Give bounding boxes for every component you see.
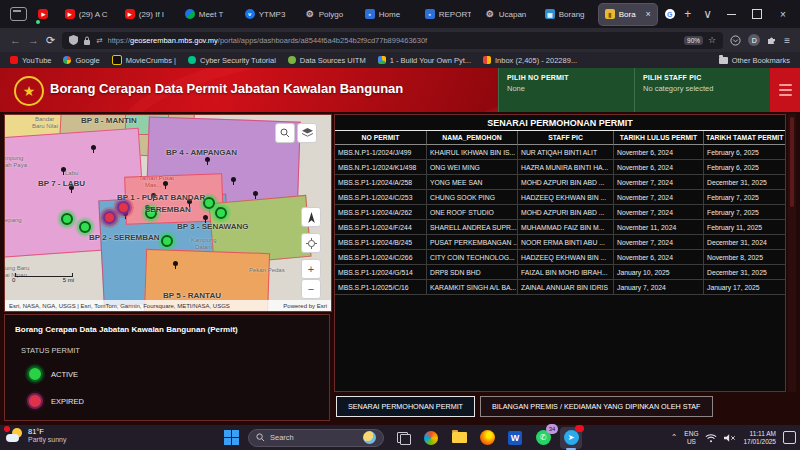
language-indicator[interactable]: ENGUS (684, 430, 698, 445)
back-icon[interactable]: ← (10, 34, 21, 46)
close-button[interactable]: × (770, 0, 796, 28)
column-header[interactable]: STAFF PIC (518, 131, 614, 145)
column-header[interactable]: NAMA_PEMOHON (427, 131, 518, 145)
other-bookmarks[interactable]: Other Bookmarks (719, 56, 790, 65)
browser-tab[interactable]: Borang × (539, 4, 597, 25)
menu-icon[interactable]: ≡ (784, 35, 790, 46)
telegram-button[interactable]: ➤ (560, 427, 582, 449)
table-row[interactable]: MBS.S.P1-1/2024/C/253 CHUNG SOOK PING HA… (335, 190, 785, 205)
map-pin[interactable] (91, 145, 96, 150)
weather-widget[interactable]: 81°F Partly sunny (6, 427, 67, 445)
browser-tab[interactable]: Meet T × (179, 4, 237, 25)
table-row[interactable]: MBS.S.P1-1/2024/A/258 YONG MEE SAN MOHD … (335, 175, 785, 190)
map-pin[interactable] (203, 215, 208, 220)
word-button[interactable]: W (504, 427, 526, 449)
table-row[interactable]: MBS.S.P1-1/2024/B/245 PUSAT PERKEMBANGAN… (335, 235, 785, 250)
table-row[interactable]: MBS.S.P1-1/2024/C/266 CITY COIN TECHNOLO… (335, 250, 785, 265)
bookmark-item[interactable]: YouTube (10, 55, 51, 65)
column-header[interactable]: TARIKH TAMAT PERMIT (704, 131, 785, 145)
column-header[interactable]: TARIKH LULUS PERMIT (614, 131, 704, 145)
wifi-icon[interactable] (705, 433, 717, 443)
map-marker-active[interactable] (161, 235, 173, 247)
bookmark-item[interactable]: Inbox (2,405) - 202289... (483, 55, 577, 65)
browser-tab[interactable]: Ucapan × (479, 4, 537, 25)
table-row[interactable]: MBS.S.P1-1/2024/F/244 SHARELL ANDREA SUP… (335, 220, 785, 235)
whatsapp-button[interactable]: ✆34 (532, 427, 554, 449)
tray-overflow-chevron-icon[interactable]: ⌃ (671, 433, 678, 442)
table-row[interactable]: MBS.S.P1-1/2025/C/16 KARAMKIT SINGH A/L … (335, 280, 785, 295)
pinned-tab[interactable] (33, 3, 54, 25)
bookmark-item[interactable]: MovieCrumbs | (112, 55, 176, 65)
pocket-icon[interactable] (730, 35, 741, 46)
maximize-button[interactable] (744, 0, 770, 28)
map-zoom-out-button[interactable]: − (301, 279, 321, 299)
clock[interactable]: 11:11 AM 17/01/2025 (743, 430, 776, 446)
lock-icon[interactable] (83, 36, 91, 45)
bookmark-item[interactable]: Data Sources UITM (288, 55, 366, 65)
start-button[interactable] (224, 430, 239, 445)
zoom-level-badge[interactable]: 90% (684, 36, 703, 45)
table-row[interactable]: MBS.S.P1-1/2024/A/262 ONE ROOF STUDIO MO… (335, 205, 785, 220)
task-view-button[interactable] (392, 427, 414, 449)
firefox-view-icon[interactable] (10, 7, 27, 21)
taskbar-search[interactable]: Search (248, 429, 384, 447)
extensions-icon[interactable] (767, 35, 777, 45)
minimize-button[interactable] (718, 0, 744, 28)
map-pin[interactable] (173, 261, 178, 266)
volume-muted-icon[interactable] (724, 433, 736, 443)
table-row[interactable]: MBS.N.P1-1/2024/J/499 KHAIRUL IKHWAN BIN… (335, 145, 785, 160)
browser-tab[interactable]: Polygo × (299, 4, 357, 25)
map-pin[interactable] (253, 191, 258, 196)
map-marker-active[interactable] (61, 213, 73, 225)
bookmark-item[interactable]: Google (63, 55, 99, 65)
map-search-button[interactable] (275, 123, 295, 143)
table-scrollbar[interactable] (788, 114, 796, 392)
map-marker-expired[interactable] (103, 211, 116, 224)
dashboard-menu-icon[interactable] (770, 68, 800, 112)
map-marker-expired[interactable] (117, 201, 130, 214)
map-pin[interactable] (205, 157, 210, 162)
map-marker-active[interactable] (215, 207, 227, 219)
browser-tab[interactable]: (29) If I × (119, 4, 177, 25)
shield-icon[interactable] (69, 35, 78, 45)
file-explorer-button[interactable] (448, 427, 470, 449)
filter-staff-pic[interactable]: PILIH STAFF PIC No category selected (634, 68, 770, 112)
filter-no-permit[interactable]: PILIH NO PERMIT None (498, 68, 634, 112)
tab-bilangan-premis[interactable]: BILANGAN PREMIS / KEDIAMAN YANG DIPINKAN… (480, 396, 712, 417)
tab-senarai-permohonan[interactable]: SENARAI PERMOHONAN PERMIT (336, 396, 475, 417)
browser-tab[interactable]: YTMP3 × (239, 4, 297, 25)
map-locate-button[interactable] (301, 233, 321, 253)
map-pin[interactable] (163, 181, 168, 186)
map-compass-button[interactable] (301, 207, 321, 227)
bookmark-star-icon[interactable]: ☆ (708, 35, 716, 45)
column-header[interactable]: NO PERMIT (335, 131, 427, 145)
bookmark-favicon (378, 56, 386, 64)
map-panel[interactable]: BP 8 - MANTIN BP 4 - AMPANGAN BP 7 - LAB… (4, 114, 332, 312)
forward-icon[interactable]: → (28, 34, 39, 46)
notification-center-icon[interactable] (783, 431, 796, 444)
map-marker-active[interactable] (79, 221, 91, 233)
tracking-protection-icon[interactable]: ⇄ (96, 36, 102, 45)
bookmark-item[interactable]: 1 - Build Your Own Pyt... (378, 55, 471, 65)
browser-tab[interactable]: column × (659, 4, 678, 25)
browser-tab[interactable]: REPORT × (419, 4, 477, 25)
table-row[interactable]: MBS.N.P1-1/2024/K1/498 ONG WEI MING HAZR… (335, 160, 785, 175)
firefox-button[interactable] (476, 427, 498, 449)
bookmark-label: Data Sources UITM (300, 56, 366, 65)
map-zoom-in-button[interactable]: + (301, 259, 321, 279)
map-pin[interactable] (231, 177, 236, 182)
copilot-button[interactable] (420, 427, 442, 449)
table-row[interactable]: MBS.S.P1-1/2024/G/514 DRP8 SDN BHD FAIZA… (335, 265, 785, 280)
browser-tab[interactable]: Bora × (599, 4, 657, 25)
list-tabs-chevron-icon[interactable]: ∨ (703, 0, 712, 28)
bookmark-item[interactable]: Cyber Security Tutorial (188, 55, 276, 65)
map-label: Bandar (35, 116, 54, 122)
profile-avatar-icon[interactable]: D (748, 34, 760, 46)
new-tab-button[interactable]: + (684, 0, 691, 28)
reload-icon[interactable]: ⟳ (46, 34, 55, 47)
browser-tab[interactable]: Home × (359, 4, 417, 25)
url-bar[interactable]: ⇄ https://geoseremban.mbs.gov.my/portal/… (62, 32, 723, 49)
browser-tab[interactable]: (29) A C × (59, 4, 117, 25)
map-layers-button[interactable] (297, 123, 317, 143)
tab-close-icon[interactable]: × (645, 9, 650, 19)
